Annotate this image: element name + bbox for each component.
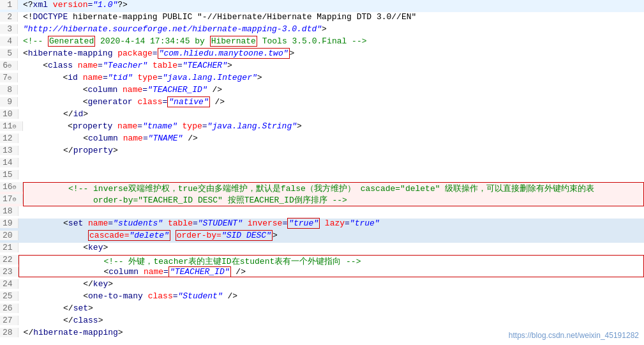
line-18: 18 — [0, 206, 644, 218]
line-12: 12 <column name="TNAME" /> — [0, 134, 644, 146]
line-num-3: 3 — [0, 24, 18, 34]
code-editor: 1 <?xml version="1.0"?> 2 <!DOCTYPE hibe… — [0, 0, 644, 345]
line-22: 22 <!-- 外键，teacher表的主键ID在student表有一个外键指向… — [0, 255, 644, 267]
line-11: 11⊖ <property name="tname" type="java.la… — [0, 121, 644, 134]
line-num-16: 16⊖ — [0, 182, 23, 192]
line-16: 16⊖ <!-- inverse双端维护权，true交由多端维护，默认是fals… — [0, 182, 644, 194]
line-num-11: 11⊖ — [0, 121, 23, 131]
line-27: 27 </class> — [0, 316, 644, 328]
line-3: 3 "http://hibernate.sourceforge.net/hibe… — [0, 24, 644, 36]
line-10: 10 </id> — [0, 109, 644, 121]
line-7: 7⊖ <id name="tid" type="java.lang.Intege… — [0, 73, 644, 85]
line-num-14: 14 — [0, 158, 19, 167]
line-13: 13 </property> — [0, 146, 644, 158]
line-num-28: 28 — [0, 328, 19, 337]
line-17: 17⊖ order-by="TEACHER_ID DESC" 按照TEACHER… — [0, 194, 644, 206]
line-24: 24 </key> — [0, 279, 644, 291]
line-20: 20 cascade="delete" order-by="SID DESC"> — [0, 231, 644, 243]
line-15: 15 — [0, 170, 644, 182]
watermark: https://blog.csdn.net/weixin_45191282 — [509, 331, 639, 340]
line-num-8: 8 — [0, 85, 18, 95]
line-num-23: 23 — [0, 267, 19, 277]
line-19: 19 <set name="students" table="STUDENT" … — [0, 218, 644, 231]
line-num-27: 27 — [0, 316, 19, 325]
line-num-18: 18 — [0, 206, 19, 216]
line-2: 2 <!DOCTYPE hibernate-mapping PUBLIC "-/… — [0, 12, 644, 24]
line-num-15: 15 — [0, 170, 19, 180]
line-num-22: 22 — [0, 255, 19, 264]
line-num-1: 1 — [0, 0, 18, 10]
line-num-9: 9 — [0, 97, 18, 107]
line-9: 9 <generator class="native" /> — [0, 97, 644, 109]
line-num-13: 13 — [0, 146, 19, 155]
line-23: 23 <column name="TEACHER_ID" /> — [0, 267, 644, 279]
line-num-2: 2 — [0, 12, 18, 22]
line-num-25: 25 — [0, 291, 19, 301]
line-5: 5 <hibernate-mapping package="com.hliedu… — [0, 49, 644, 61]
line-8: 8 <column name="TEACHER_ID" /> — [0, 85, 644, 97]
line-num-4: 4 — [0, 36, 18, 46]
line-num-17: 17⊖ — [0, 194, 23, 204]
line-num-21: 21 — [0, 243, 19, 252]
line-4: 4 <!-- Generated 2020-4-14 17:34:45 by H… — [0, 36, 644, 49]
line-num-19: 19 — [0, 218, 19, 228]
line-num-10: 10 — [0, 109, 19, 119]
line-26: 26 </set> — [0, 303, 644, 316]
line-14: 14 — [0, 158, 644, 170]
line-6: 6⊖ <class name="Teacher" table="TEACHER"… — [0, 61, 644, 73]
line-num-12: 12 — [0, 134, 19, 143]
line-num-20: 20 — [0, 231, 19, 240]
line-num-26: 26 — [0, 303, 19, 313]
line-num-24: 24 — [0, 279, 19, 289]
line-1: 1 <?xml version="1.0"?> — [0, 0, 644, 12]
line-21: 21 <key> — [0, 243, 644, 255]
line-num-5: 5 — [0, 49, 18, 58]
line-num-6: 6⊖ — [0, 61, 18, 70]
line-num-7: 7⊖ — [0, 73, 18, 82]
line-25: 25 <one-to-many class="Student" /> — [0, 291, 644, 303]
